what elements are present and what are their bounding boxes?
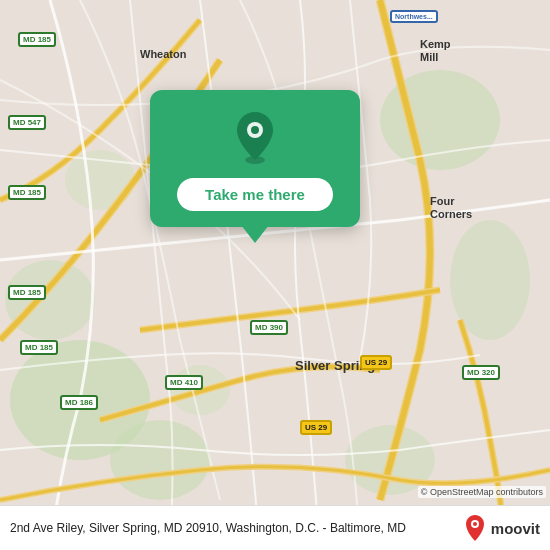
city-label-wheaton: Wheaton xyxy=(140,48,186,60)
road-badge-md186: MD 186 xyxy=(60,395,98,410)
take-me-there-button[interactable]: Take me there xyxy=(177,178,333,211)
location-card: Take me there xyxy=(150,90,360,227)
road-badge-md390: MD 390 xyxy=(250,320,288,335)
map-container: Wheaton KempMill FourCorners Silver Spri… xyxy=(0,0,550,550)
map-background xyxy=(0,0,550,550)
road-badge-md410: MD 410 xyxy=(165,375,203,390)
road-badge-md185c: MD 185 xyxy=(8,285,46,300)
map-attribution: © OpenStreetMap contributors xyxy=(418,486,546,498)
road-badge-md547: MD 547 xyxy=(8,115,46,130)
bottom-bar: 2nd Ave Riley, Silver Spring, MD 20910, … xyxy=(0,505,550,550)
road-badge-top-right: Northwes... xyxy=(390,10,438,23)
svg-point-11 xyxy=(251,126,259,134)
road-badge-md185a: MD 185 xyxy=(18,32,56,47)
svg-point-8 xyxy=(5,260,95,340)
city-label-four-corners: FourCorners xyxy=(430,195,472,221)
road-badge-us29b: US 29 xyxy=(300,420,332,435)
road-badge-us29a: US 29 xyxy=(360,355,392,370)
moovit-logo: moovit xyxy=(463,514,540,542)
moovit-pin-icon xyxy=(463,514,487,542)
svg-point-13 xyxy=(473,522,477,526)
road-badge-md185b: MD 185 xyxy=(8,185,46,200)
road-badge-md185d: MD 185 xyxy=(20,340,58,355)
moovit-logo-text: moovit xyxy=(491,520,540,537)
svg-point-2 xyxy=(110,420,210,500)
location-pin-icon xyxy=(231,110,279,164)
address-text: 2nd Ave Riley, Silver Spring, MD 20910, … xyxy=(10,520,453,537)
city-label-kemp-mill: KempMill xyxy=(420,38,451,64)
road-badge-md320: MD 320 xyxy=(462,365,500,380)
